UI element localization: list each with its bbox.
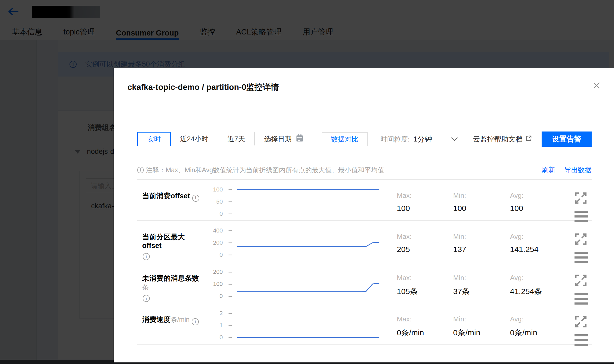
y-tick-label: 0: [201, 293, 223, 300]
chevron-down-icon: [451, 137, 458, 141]
tick-mark: [229, 230, 232, 231]
tick-mark: [229, 325, 232, 326]
expand-icon[interactable]: [575, 192, 587, 205]
y-tick-label: 200: [201, 239, 223, 246]
granularity-value: 1分钟: [413, 134, 432, 144]
range-realtime-button[interactable]: 实时: [137, 132, 171, 146]
menu-icon[interactable]: [575, 252, 588, 263]
screen: 基本信息 topic管理 Consumer Group 监控 ACL策略管理 用…: [0, 0, 614, 364]
close-icon[interactable]: [592, 81, 601, 91]
metric-title: 未消费的消息条数: [142, 274, 199, 282]
y-tick-label: 2: [201, 310, 223, 317]
y-tick-label: 100: [201, 281, 223, 287]
metric-unit: 条: [142, 284, 149, 291]
stat-min: Min:137: [453, 221, 510, 262]
stat-min: Min:0条/min: [453, 303, 510, 344]
y-tick-label: 100: [201, 186, 223, 193]
expand-icon[interactable]: [575, 315, 587, 329]
stat-avg: Avg:141.254: [510, 221, 575, 262]
line-chart: [237, 309, 379, 344]
metric-label-col: 消费速度条/min: [137, 303, 200, 344]
tick-mark: [229, 242, 232, 243]
metric-title: 当前消费offset: [142, 192, 190, 200]
stat-max: Max:205: [397, 221, 453, 262]
tick-mark: [229, 255, 232, 255]
tick-mark: [229, 296, 232, 297]
metric-title: 当前分区最大offset: [142, 233, 185, 250]
chart-controls: 实时 近24小时 近7天 选择日期 数据对比 时间粒度: 1分钟: [137, 131, 592, 147]
y-tick-label: 0: [201, 210, 223, 217]
y-tick-label: 1: [201, 322, 223, 329]
refresh-link[interactable]: 刷新: [542, 165, 555, 175]
stat-max: Max:100: [397, 180, 453, 220]
y-tick-label: 50: [201, 198, 223, 205]
y-axis: 100 50 0: [200, 185, 237, 219]
stat-max: Max:0条/min: [397, 303, 453, 344]
pick-date-label: 选择日期: [264, 134, 291, 144]
metric-label-col: 当前分区最大offset: [137, 221, 200, 262]
line-chart: [237, 267, 379, 303]
menu-icon[interactable]: [575, 334, 588, 346]
expand-icon[interactable]: [575, 274, 587, 288]
tick-mark: [229, 201, 232, 202]
info-icon[interactable]: [192, 195, 199, 202]
time-range-group: 实时 近24小时 近7天 选择日期: [137, 132, 313, 146]
metric-row-consumption-speed: 消费速度条/min 2 1 0 Max:0条/min Min:0条/min Av…: [137, 303, 592, 345]
y-tick-label: 200: [201, 269, 223, 275]
y-tick-label: 400: [201, 227, 223, 234]
info-icon[interactable]: [192, 318, 199, 325]
tick-mark: [229, 214, 232, 214]
range-pick-date-button[interactable]: 选择日期: [255, 132, 313, 145]
y-tick-label: 0: [201, 334, 223, 341]
help-link-label: 云监控帮助文档: [473, 134, 523, 144]
stat-min: Min:37条: [453, 262, 510, 303]
cloud-monitor-help-link[interactable]: 云监控帮助文档: [473, 134, 532, 144]
tick-mark: [229, 272, 232, 272]
info-icon[interactable]: [143, 253, 150, 260]
metric-row-partition-max-offset: 当前分区最大offset 400 200 0 Max:205 Min:137 A…: [137, 221, 592, 262]
granularity-dropdown[interactable]: 时间粒度: 1分钟: [380, 134, 458, 144]
compare-data-button[interactable]: 数据对比: [322, 132, 368, 146]
external-link-icon: [525, 135, 532, 144]
stat-avg: Avg:100: [510, 180, 575, 220]
tick-mark: [229, 284, 232, 285]
stat-avg: Avg:0条/min: [510, 303, 575, 344]
range-7d-button[interactable]: 近7天: [218, 132, 255, 145]
metric-label-col: 当前消费offset: [137, 180, 200, 220]
info-icon: [137, 167, 144, 173]
expand-icon[interactable]: [575, 233, 587, 246]
y-axis: 2 1 0: [200, 309, 237, 343]
stat-avg: Avg:41.254条: [510, 262, 575, 303]
calendar-icon: [296, 134, 304, 144]
metric-row-consumer-offset: 当前消费offset 100 50 0 Max:100 Min:100 Avg:…: [137, 179, 592, 221]
stat-max: Max:105条: [397, 262, 453, 303]
export-data-link[interactable]: 导出数据: [564, 165, 592, 175]
metric-title: 消费速度: [142, 316, 171, 323]
monitor-detail-dialog: ckafka-topic-demo / partition-0监控详情 实时 近…: [114, 68, 614, 362]
y-axis: 200 100 0: [200, 267, 237, 301]
y-tick-label: 0: [201, 251, 223, 258]
line-chart: [237, 226, 379, 262]
y-axis: 400 200 0: [200, 226, 237, 260]
dialog-title: ckafka-topic-demo / partition-0监控详情: [127, 82, 614, 93]
metric-unit: 条/min: [171, 316, 190, 323]
tick-mark: [229, 313, 232, 314]
note-row: 注释：Max、Min和Avg数值统计为当前折线图内所有点的最大值、最小值和平均值…: [137, 165, 592, 175]
info-icon[interactable]: [143, 295, 150, 302]
metric-label-col: 未消费的消息条数条: [137, 262, 200, 303]
set-alarm-button[interactable]: 设置告警: [542, 132, 592, 147]
line-chart: [237, 185, 379, 220]
tick-mark: [229, 189, 232, 190]
metric-row-unconsumed-messages: 未消费的消息条数条 200 100 0 Max:105条 Min:37条 Avg…: [137, 262, 592, 303]
metric-rows: 当前消费offset 100 50 0 Max:100 Min:100 Avg:…: [137, 179, 592, 345]
tick-mark: [229, 337, 232, 338]
note-text: 注释：Max、Min和Avg数值统计为当前折线图内所有点的最大值、最小值和平均值: [146, 166, 384, 174]
menu-icon[interactable]: [575, 293, 588, 305]
range-24h-button[interactable]: 近24小时: [171, 132, 218, 145]
stat-min: Min:100: [453, 180, 510, 220]
granularity-label: 时间粒度:: [380, 135, 409, 144]
